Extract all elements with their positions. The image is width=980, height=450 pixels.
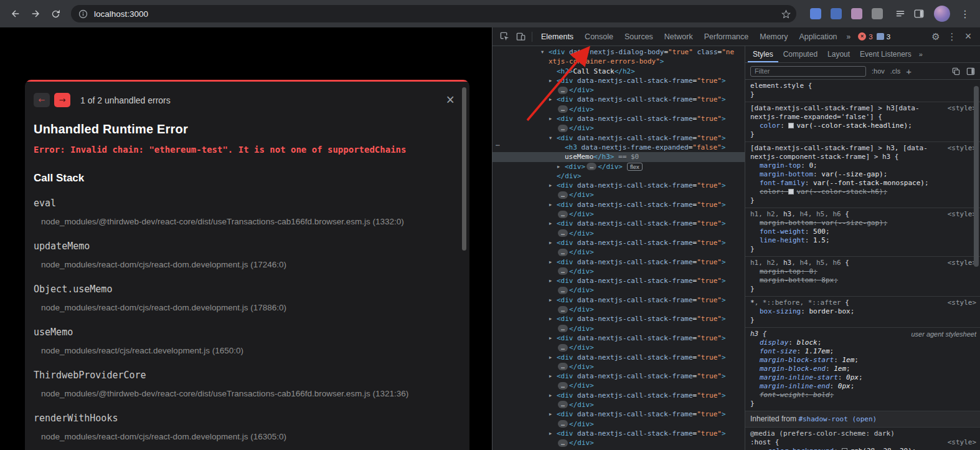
inline-expand-button[interactable]: …: [558, 229, 568, 237]
disclosure-arrow-icon[interactable]: ▸: [549, 429, 557, 438]
more-panels-icon[interactable]: »: [843, 32, 855, 41]
tree-node-line[interactable]: ▸<div data-nextjs-call-stack-frame="true…: [492, 295, 745, 305]
css-declaration[interactable]: margin-inline-start: 0px;: [750, 373, 975, 382]
css-declaration[interactable]: margin-top: 0;: [750, 267, 944, 276]
styles-tab-layout[interactable]: Layout: [822, 46, 855, 62]
css-declaration[interactable]: margin-bottom: 8px;: [750, 276, 944, 285]
tree-node-line[interactable]: useMemo</h3> == $0: [492, 152, 745, 161]
rule-selector[interactable]: element.style {: [750, 82, 944, 90]
node-menu-ellipsis[interactable]: …: [496, 140, 500, 148]
inline-expand-button[interactable]: …: [558, 306, 568, 314]
rule-selector[interactable]: h1, h2, h3, h4, h5, h6 {: [750, 210, 944, 219]
tree-node-line[interactable]: ▸<div data-nextjs-call-stack-frame="true…: [492, 238, 745, 247]
styles-tab-event-listeners[interactable]: Event Listeners: [855, 46, 916, 62]
css-declaration[interactable]: color: var(--color-stack-h6);: [750, 188, 944, 196]
issue-count-badge[interactable]: 3: [877, 33, 890, 41]
more-sidebar-tabs-icon[interactable]: »: [916, 46, 925, 62]
extension-icon-2[interactable]: [831, 8, 842, 19]
disclosure-arrow-icon[interactable]: ▸: [549, 95, 557, 104]
css-declaration[interactable]: font-family: var(--font-stack-monospace)…: [750, 179, 944, 188]
tree-node-line[interactable]: ▸<div data-nextjs-call-stack-frame="true…: [492, 391, 745, 400]
color-swatch[interactable]: [788, 123, 794, 128]
shadow-root-link[interactable]: #shadow-root (open): [798, 415, 877, 423]
tree-node-line[interactable]: ▸<div data-nextjs-call-stack-frame="true…: [492, 76, 745, 85]
tree-node-line[interactable]: ▸<div data-nextjs-call-stack-frame="true…: [492, 333, 745, 343]
css-declaration[interactable]: font-weight: bold;: [750, 391, 975, 400]
tree-node-line[interactable]: </div>: [492, 171, 745, 181]
tree-node-line[interactable]: …</div>: [492, 190, 745, 199]
disclosure-arrow-icon[interactable]: ▸: [549, 295, 557, 305]
tree-node-line[interactable]: ▸<div data-nextjs-call-stack-frame="true…: [492, 257, 745, 267]
disclosure-arrow-icon[interactable]: ▾: [549, 133, 557, 143]
error-count-badge[interactable]: ×3: [858, 32, 872, 41]
inline-expand-button[interactable]: …: [587, 163, 596, 170]
tree-node-line[interactable]: …</div>: [492, 267, 745, 276]
tree-node-line[interactable]: …</div>: [492, 247, 745, 257]
tree-node-line[interactable]: …</div>: [492, 400, 745, 409]
inline-expand-button[interactable]: …: [558, 439, 568, 447]
rule-origin-link[interactable]: <style>: [948, 210, 976, 219]
new-style-rule-button[interactable]: +: [906, 67, 912, 76]
disclosure-arrow-icon[interactable]: ▸: [549, 257, 557, 267]
class-toggle-button[interactable]: .cls: [890, 67, 901, 75]
inline-expand-button[interactable]: …: [558, 401, 568, 408]
inline-expand-button[interactable]: …: [558, 267, 568, 275]
browser-menu-icon[interactable]: ⋮: [956, 5, 974, 22]
css-declaration[interactable]: --color-background: rgb(28, 28, 30);: [750, 447, 944, 450]
close-dialog-icon[interactable]: ×: [446, 93, 455, 107]
rule-origin-link[interactable]: <style>: [948, 299, 976, 307]
profile-avatar[interactable]: [934, 6, 950, 22]
back-button[interactable]: [6, 4, 25, 23]
tree-node-line[interactable]: …</div>: [492, 438, 745, 448]
devtools-menu-icon[interactable]: ⋮: [944, 29, 960, 45]
close-devtools-icon[interactable]: ×: [960, 29, 976, 45]
tree-node-line[interactable]: …</div>: [492, 305, 745, 314]
forward-button[interactable]: [26, 4, 45, 23]
css-declaration[interactable]: display: block;: [750, 338, 975, 347]
css-declaration[interactable]: font-weight: 500;: [750, 227, 944, 236]
disclosure-arrow-icon[interactable]: ▸: [549, 114, 557, 123]
tree-node-line[interactable]: ▸<div data-nextjs-call-stack-frame="true…: [492, 114, 745, 123]
tree-node-line[interactable]: ▸<div data-nextjs-call-stack-frame="true…: [492, 429, 745, 438]
tree-node-line[interactable]: ▸<div data-nextjs-call-stack-frame="true…: [492, 314, 745, 323]
tree-node-line[interactable]: …</div>: [492, 105, 745, 114]
inline-expand-button[interactable]: …: [558, 382, 568, 390]
reload-button[interactable]: [46, 4, 65, 23]
inline-expand-button[interactable]: …: [558, 325, 568, 332]
css-declaration[interactable]: margin-inline-end: 0px;: [750, 382, 975, 391]
rule-selector[interactable]: [data-nextjs-call-stack-frame] > h3[data…: [750, 104, 944, 122]
inline-expand-button[interactable]: …: [558, 363, 568, 370]
tree-node-line[interactable]: …</div>: [492, 419, 745, 429]
rule-origin-link[interactable]: <style>: [948, 104, 976, 113]
css-declaration[interactable]: margin-block-end: 1em;: [750, 365, 975, 373]
styles-tab-computed[interactable]: Computed: [778, 46, 822, 62]
tree-node-line[interactable]: ▾<div data-nextjs-call-stack-frame="true…: [492, 133, 745, 143]
rule-selector[interactable]: :host {: [750, 438, 944, 447]
previous-error-button[interactable]: ←: [34, 93, 50, 107]
inline-expand-button[interactable]: …: [558, 125, 568, 132]
panel-layout-icon[interactable]: [966, 67, 975, 75]
extension-icon-1[interactable]: [810, 8, 821, 19]
disclosure-arrow-icon[interactable]: ▾: [541, 47, 549, 57]
tree-node-line[interactable]: ▸<div data-nextjs-call-stack-frame="true…: [492, 353, 745, 362]
devtools-tab-application[interactable]: Application: [793, 27, 842, 46]
inline-expand-button[interactable]: …: [558, 420, 568, 428]
rule-origin-link[interactable]: <style>: [948, 144, 976, 153]
tree-node-line[interactable]: ▸<div data-nextjs-call-stack-frame="true…: [492, 219, 745, 228]
address-bar[interactable]: localhost:3000: [71, 5, 796, 22]
tree-node-line[interactable]: ▾<div data-nextjs-dialog-body="true" cla…: [492, 47, 745, 57]
css-declaration[interactable]: color: var(--color-stack-headline);: [750, 122, 944, 130]
device-toolbar-icon[interactable]: [512, 29, 529, 45]
reading-list-icon[interactable]: [892, 5, 909, 22]
inline-expand-button[interactable]: …: [558, 287, 568, 294]
disclosure-arrow-icon[interactable]: ▸: [549, 391, 557, 400]
inline-expand-button[interactable]: …: [558, 191, 568, 199]
extension-icon-4[interactable]: [872, 8, 883, 19]
devtools-tab-elements[interactable]: Elements: [535, 27, 579, 46]
rule-origin-link[interactable]: <style>: [948, 438, 976, 447]
disclosure-arrow-icon[interactable]: ▸: [549, 333, 557, 343]
rule-selector[interactable]: *, *::before, *::after {: [750, 299, 944, 307]
tree-node-line[interactable]: …</div>: [492, 123, 745, 133]
flex-badge[interactable]: flex: [627, 163, 643, 171]
css-declaration[interactable]: font-size: 1.17em;: [750, 347, 975, 356]
